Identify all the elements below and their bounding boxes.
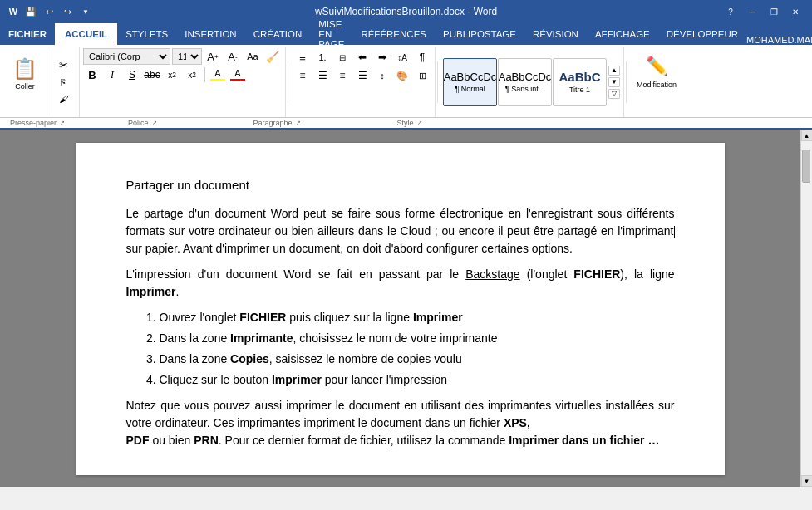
style-scroll-up[interactable]: ▲ xyxy=(608,66,620,76)
imprimer-bold-2: Imprimer xyxy=(413,311,463,324)
sort-button[interactable]: ↕A xyxy=(393,48,411,66)
tab-fichier[interactable]: FICHIER xyxy=(0,23,55,45)
tab-mise-en-page[interactable]: MISE EN PAGE xyxy=(310,23,352,45)
document-page[interactable]: Partager un document Le partage d'un doc… xyxy=(76,143,725,475)
font-shrink-button[interactable]: A- xyxy=(224,48,242,65)
couper-button[interactable]: ✂ xyxy=(51,58,76,73)
tab-creation[interactable]: CRÉATION xyxy=(245,23,311,45)
font-case-button[interactable]: Aa xyxy=(244,48,262,65)
label-police[interactable]: Police ↗ xyxy=(121,118,164,128)
style-scroll-controls: ▲ ▼ ▽ xyxy=(608,66,620,99)
label-presse-papier[interactable]: Presse-papier ↗ xyxy=(3,118,71,128)
italic-button[interactable]: I xyxy=(103,66,121,83)
highlight-color-button[interactable]: A xyxy=(209,66,227,83)
clipboard-group: 📋 Coller ✂ ⎘ 🖌 xyxy=(3,47,80,117)
pdf-bold: PDF xyxy=(126,434,150,447)
numbering-button[interactable]: 1. xyxy=(313,48,332,66)
imprimer-btn-bold: Imprimer xyxy=(272,373,322,386)
subscript-button[interactable]: x2 xyxy=(163,66,181,83)
document-title: wSuiviModificationsBrouillon.docx - Word xyxy=(315,6,497,17)
tab-stylets[interactable]: STYLETS xyxy=(117,23,176,45)
undo-qat-button[interactable]: ↩ xyxy=(42,4,57,19)
align-left-button[interactable]: ≡ xyxy=(293,66,312,85)
show-marks-button[interactable]: ¶ xyxy=(413,48,431,66)
style-titre1-label: Titre 1 xyxy=(569,86,590,94)
save-qat-button[interactable]: 💾 xyxy=(23,4,38,19)
underline-button[interactable]: S xyxy=(123,66,141,83)
style-scroll-down[interactable]: ▼ xyxy=(608,77,620,87)
list-item-4: Cliquez sur le bouton Imprimer pour lanc… xyxy=(160,371,675,389)
borders-button[interactable]: ⊞ xyxy=(413,66,431,85)
doc-heading: Partager un document xyxy=(126,176,675,195)
document-page-area: Partager un document Le partage d'un doc… xyxy=(0,130,800,487)
tab-references[interactable]: RÉFÉRENCES xyxy=(352,23,435,45)
modification-group: ✏️ Modification xyxy=(628,47,685,117)
decrease-indent-button[interactable]: ⬅ xyxy=(353,48,372,66)
style-titre1[interactable]: AaBbC Titre 1 xyxy=(553,58,607,106)
tab-developpeur[interactable]: DÉVELOPPEUR xyxy=(658,23,746,45)
bold-button[interactable]: B xyxy=(83,66,101,83)
imprimante-bold: Imprimante xyxy=(230,331,293,345)
imprimer-fichier-bold: Imprimer dans un fichier … xyxy=(509,434,659,447)
scroll-thumb[interactable] xyxy=(802,150,810,183)
scroll-down-button[interactable]: ▼ xyxy=(801,475,813,487)
tab-revision[interactable]: RÉVISION xyxy=(524,23,587,45)
style-expand[interactable]: ▽ xyxy=(608,89,620,99)
font-color-button[interactable]: A xyxy=(229,66,247,83)
minimize-button[interactable]: ─ xyxy=(742,3,762,20)
restore-button[interactable]: ❐ xyxy=(764,3,784,20)
label-paragraphe[interactable]: Paragraphe ↗ xyxy=(247,118,308,128)
justify-button[interactable]: ☰ xyxy=(353,66,372,85)
reproduire-button[interactable]: 🖌 xyxy=(51,91,76,106)
vertical-scrollbar[interactable]: ▲ ▼ xyxy=(800,130,812,487)
tab-publipostage[interactable]: PUBLIPOSTAGE xyxy=(435,23,524,45)
clear-format-button[interactable]: 🧹 xyxy=(263,48,282,65)
fichier-bold-2: FICHIER xyxy=(239,311,286,324)
title-bar: W 💾 ↩ ↪ ▼ wSuiviModificationsBrouillon.d… xyxy=(0,0,812,23)
paragraphe-text: Paragraphe xyxy=(253,119,293,127)
style-sans-preview: AaBbCcDc xyxy=(499,71,552,83)
close-button[interactable]: ✕ xyxy=(785,3,805,20)
word-icon: W xyxy=(7,5,20,18)
align-right-button[interactable]: ≡ xyxy=(333,66,352,85)
bullets-button[interactable]: ≡ xyxy=(293,48,312,66)
strikethrough-button[interactable]: abc xyxy=(143,66,161,83)
steps-list: Ouvrez l'onglet FICHIER puis cliquez sur… xyxy=(160,309,675,389)
shading-button[interactable]: 🎨 xyxy=(393,66,411,85)
doc-heading-text: Partager un document xyxy=(126,178,249,192)
tab-insertion[interactable]: INSERTION xyxy=(176,23,244,45)
modification-button[interactable]: ✏️ Modification xyxy=(632,48,682,96)
multilevel-button[interactable]: ⊟ xyxy=(333,48,352,66)
font-grow-button[interactable]: A+ xyxy=(204,48,222,65)
doc-para-2: L'impression d'un document Word se fait … xyxy=(126,266,675,301)
font-name-select[interactable]: Calibri (Corp xyxy=(83,48,170,65)
font-color-indicator xyxy=(230,79,245,81)
tab-affichage[interactable]: AFFICHAGE xyxy=(587,23,658,45)
scroll-track[interactable] xyxy=(801,141,812,475)
style-titre1-preview: AaBbC xyxy=(559,70,600,84)
style-sans-interligne[interactable]: AaBbCcDc ¶ Sans int... xyxy=(498,58,552,106)
document-container: ▲ ▼ Partager un document Le partage d'un… xyxy=(0,130,812,487)
coller-button[interactable]: 📋 Coller xyxy=(7,48,43,100)
label-style[interactable]: Style ↗ xyxy=(391,118,429,128)
separator-3 xyxy=(626,61,627,103)
prn-bold: PRN xyxy=(194,434,219,447)
style-normal[interactable]: AaBbCcDc ¶ Normal xyxy=(443,58,497,106)
increase-indent-button[interactable]: ➡ xyxy=(373,48,391,66)
customize-qat-button[interactable]: ▼ xyxy=(78,4,93,19)
tab-accueil[interactable]: ACCUEIL xyxy=(55,23,117,45)
copier-button[interactable]: ⎘ xyxy=(51,75,76,90)
coller-label: Coller xyxy=(15,82,35,91)
line-spacing-button[interactable]: ↕ xyxy=(373,66,391,85)
highlight-indicator xyxy=(210,79,225,81)
superscript-button[interactable]: x2 xyxy=(183,66,201,83)
presse-papier-text: Presse-papier xyxy=(10,119,57,127)
scroll-up-button[interactable]: ▲ xyxy=(801,130,813,141)
redo-qat-button[interactable]: ↪ xyxy=(60,4,75,19)
ribbon-tabs: FICHIER ACCUEIL STYLETS INSERTION CRÉATI… xyxy=(0,23,812,45)
font-size-select[interactable]: 11 xyxy=(172,48,202,65)
help-button[interactable]: ? xyxy=(721,3,741,20)
align-center-button[interactable]: ☰ xyxy=(313,66,332,85)
imprimer-bold-1: Imprimer xyxy=(126,285,176,298)
ribbon-toolbar: 📋 Coller ✂ ⎘ 🖌 Calibri (Corp 11 A+ A- Aa… xyxy=(0,45,812,118)
